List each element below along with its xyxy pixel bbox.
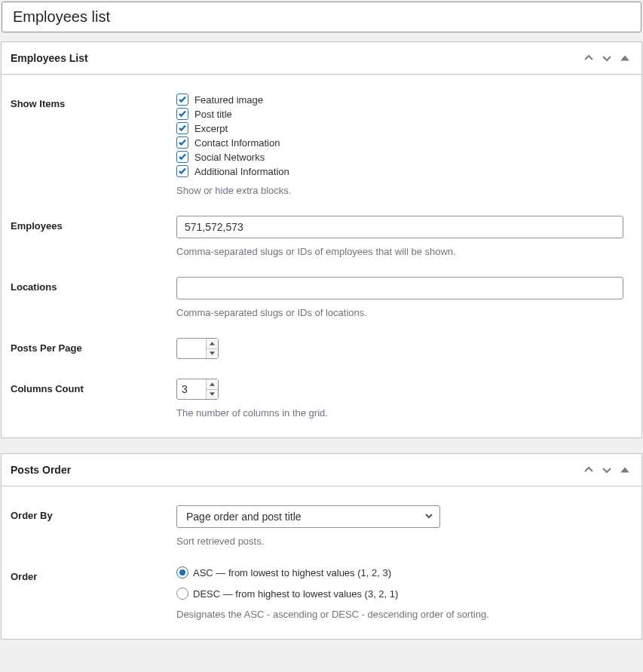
- help-text: Show or hide extra blocks.: [176, 185, 623, 196]
- show-item-option[interactable]: Contact Information: [176, 137, 623, 149]
- field-order: Order ASC — from lowest to highest value…: [2, 554, 641, 639]
- order-desc-label: DESC — from highest to lowest values (3,…: [193, 588, 398, 600]
- move-down-icon[interactable]: [599, 462, 614, 477]
- order-by-value: Page order and post title: [186, 511, 424, 523]
- step-up-button[interactable]: [207, 339, 218, 349]
- help-text: Sort retrieved posts.: [176, 535, 623, 547]
- field-locations: Locations Comma-separated slugs or IDs o…: [2, 265, 641, 326]
- panel-heading: Posts Order: [11, 464, 578, 476]
- columns-count-input[interactable]: [177, 379, 206, 399]
- checkbox-icon[interactable]: [176, 137, 188, 149]
- field-order-by: Order By Page order and post title Sort …: [2, 486, 641, 554]
- option-label: Contact Information: [194, 137, 280, 149]
- checkbox-icon[interactable]: [176, 94, 188, 106]
- radio-icon[interactable]: [176, 566, 188, 578]
- help-text: Comma-separated slugs or IDs of employee…: [176, 246, 623, 257]
- field-show-items: Show Items Featured image Post title: [2, 75, 641, 204]
- order-by-select[interactable]: Page order and post title: [176, 505, 440, 528]
- show-items-list: Featured image Post title Excerpt C: [176, 94, 623, 177]
- show-item-option[interactable]: Post title: [176, 108, 623, 120]
- panel-heading: Employees List: [11, 52, 578, 64]
- order-desc-option[interactable]: DESC — from highest to lowest values (3,…: [176, 588, 623, 600]
- field-posts-per-page: Posts Per Page: [2, 326, 641, 367]
- panel-header-employees-list[interactable]: Employees List: [2, 42, 641, 75]
- show-items-label: Show Items: [11, 94, 176, 196]
- page-title: Employees list: [13, 8, 110, 25]
- collapse-icon[interactable]: [617, 462, 632, 477]
- move-up-icon[interactable]: [581, 51, 596, 66]
- posts-per-page-stepper[interactable]: [176, 338, 219, 359]
- checkbox-icon[interactable]: [176, 151, 188, 163]
- page-title-box[interactable]: Employees list: [2, 2, 641, 32]
- show-item-option[interactable]: Featured image: [176, 94, 623, 106]
- step-down-button[interactable]: [207, 349, 218, 359]
- posts-per-page-label: Posts Per Page: [11, 338, 176, 359]
- locations-input[interactable]: [176, 277, 623, 299]
- columns-count-label: Columns Count: [11, 379, 176, 419]
- show-item-option[interactable]: Social Networks: [176, 151, 623, 163]
- panel-employees-list: Employees List Show Items Featured image: [1, 41, 642, 438]
- option-label: Featured image: [194, 94, 263, 106]
- posts-per-page-input[interactable]: [177, 339, 206, 358]
- option-label: Excerpt: [194, 123, 228, 134]
- chevron-down-icon: [424, 511, 433, 523]
- option-label: Social Networks: [194, 152, 265, 163]
- show-item-option[interactable]: Excerpt: [176, 122, 623, 134]
- employees-label: Employees: [11, 216, 176, 257]
- order-asc-label: ASC — from lowest to highest values (1, …: [193, 567, 391, 578]
- panel-header-posts-order[interactable]: Posts Order: [2, 454, 641, 486]
- radio-icon[interactable]: [176, 588, 188, 600]
- move-down-icon[interactable]: [599, 51, 614, 66]
- option-label: Post title: [194, 109, 232, 120]
- order-by-label: Order By: [11, 505, 176, 547]
- step-up-button[interactable]: [207, 379, 218, 390]
- order-asc-option[interactable]: ASC — from lowest to highest values (1, …: [176, 566, 623, 578]
- checkbox-icon[interactable]: [176, 122, 188, 134]
- columns-count-stepper[interactable]: [176, 379, 219, 400]
- option-label: Additional Information: [194, 166, 289, 177]
- step-down-button[interactable]: [207, 390, 218, 400]
- locations-label: Locations: [11, 277, 176, 318]
- move-up-icon[interactable]: [581, 462, 596, 477]
- show-item-option[interactable]: Additional Information: [176, 165, 623, 177]
- help-text: Designates the ASC - ascending or DESC -…: [176, 609, 623, 620]
- employees-input[interactable]: [176, 216, 623, 238]
- field-employees: Employees Comma-separated slugs or IDs o…: [2, 204, 641, 265]
- help-text: The number of columns in the grid.: [176, 407, 623, 419]
- panel-posts-order: Posts Order Order By Page order and post…: [1, 453, 642, 640]
- checkbox-icon[interactable]: [176, 165, 188, 177]
- field-columns-count: Columns Count The number of columns in t…: [2, 367, 641, 437]
- collapse-icon[interactable]: [617, 51, 632, 66]
- help-text: Comma-separated slugs or IDs of location…: [176, 307, 623, 318]
- checkbox-icon[interactable]: [176, 108, 188, 120]
- order-label: Order: [11, 566, 176, 620]
